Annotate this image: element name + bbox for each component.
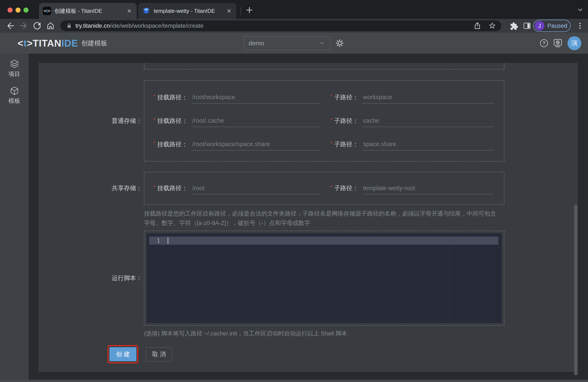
layers-favicon-icon: </> <box>142 7 150 15</box>
editor-ruler-line <box>450 245 450 321</box>
side-panel-icon[interactable] <box>523 21 531 30</box>
editor-cursor <box>168 237 168 244</box>
shared-storage-label: 共享存储： <box>112 184 142 192</box>
lock-icon <box>66 22 72 29</box>
script-code-editor[interactable]: 1 <box>147 233 502 323</box>
tab-close-icon[interactable] <box>226 7 232 15</box>
storage-row: *挂载路径： *子路径： <box>153 177 494 200</box>
share-icon[interactable] <box>473 22 482 30</box>
browser-toolbar: try.titanide.cn/ide/web/workspace/templa… <box>0 19 588 33</box>
storage-row: *挂载路径： *子路径： <box>153 86 494 109</box>
storage-row: *挂载路径： *子路径： <box>153 133 494 156</box>
url-host: try.titanide.cn <box>75 22 110 29</box>
required-asterisk: * <box>153 184 155 191</box>
shared-storage-section: 共享存储： *挂载路径： *子路径： <box>144 172 504 205</box>
bookmark-star-icon[interactable] <box>488 21 497 30</box>
window-bottom-edge <box>0 380 588 382</box>
reload-icon[interactable] <box>32 21 42 31</box>
help-icon[interactable]: ? <box>539 39 549 48</box>
workspace-select[interactable]: demo <box>244 36 331 50</box>
console-settings-icon[interactable] <box>553 38 563 48</box>
profile-status-label: Paused <box>547 22 567 29</box>
run-script-section: 运行脚本： 1 <box>144 231 504 326</box>
sidebar-item-templates[interactable]: 模板 <box>0 86 29 105</box>
back-icon[interactable] <box>5 21 15 31</box>
url-path: /ide/web/workspace/template/create <box>110 22 204 29</box>
address-bar[interactable]: try.titanide.cn/ide/web/workspace/templa… <box>60 20 501 31</box>
forward-icon[interactable] <box>19 21 28 31</box>
required-asterisk: * <box>330 184 332 191</box>
run-script-label: 运行脚本： <box>112 274 142 282</box>
vertical-scrollbar-thumb[interactable] <box>574 204 578 375</box>
required-asterisk: * <box>330 117 332 123</box>
mount-path-input[interactable] <box>191 115 321 127</box>
normal-storage-section: 普通存储： *挂载路径： *子路径： *挂载路径： *子路径： *挂载路径： *… <box>144 80 504 161</box>
cube-icon <box>10 86 19 96</box>
normal-storage-label: 普通存储： <box>112 117 142 125</box>
tab-divider <box>241 7 241 16</box>
chevron-down-icon <box>318 40 326 47</box>
workspace-select-value: demo <box>249 40 318 47</box>
required-asterisk: * <box>153 140 155 147</box>
create-button[interactable]: 创 建 <box>109 347 136 361</box>
tab-title: template-wetty - TitanIDE <box>154 8 226 14</box>
svg-text:</>: </> <box>145 8 148 11</box>
titanide-logo[interactable]: <t>TITANIDE <box>18 38 78 49</box>
extensions-puzzle-icon[interactable] <box>509 21 518 30</box>
required-asterisk: * <box>153 117 155 123</box>
page-title: 创建模板 <box>81 39 107 47</box>
path-rules-hint: 挂载路径是您的工作区目标路径，必须是合法的文件夹路径；子路径名是网络存储源子路径… <box>144 209 502 228</box>
create-template-form-panel: 普通存储： *挂载路径： *子路径： *挂载路径： *子路径： *挂载路径： *… <box>38 63 578 372</box>
sub-path-label: 子路径： <box>334 117 358 125</box>
profile-avatar: J <box>535 21 545 31</box>
tab-title: 创建模板 - TitanIDE <box>55 7 126 15</box>
settings-gear-icon[interactable] <box>335 38 344 48</box>
home-icon[interactable] <box>46 21 55 31</box>
tab-template-wetty[interactable]: </> template-wetty - TitanIDE <box>138 3 236 19</box>
storage-row: *挂载路径： *子路径： <box>153 109 494 133</box>
sub-path-input[interactable] <box>362 182 494 194</box>
browser-menu-icon[interactable] <box>575 21 585 30</box>
sub-path-input[interactable] <box>362 115 494 127</box>
titanide-favicon-icon: <t> <box>43 7 51 15</box>
sub-path-label: 子路径： <box>334 93 358 102</box>
mount-path-input[interactable] <box>191 182 321 194</box>
sub-path-label: 子路径： <box>334 184 358 192</box>
sidebar-item-projects[interactable]: 项目 <box>0 59 29 78</box>
window-close-button[interactable] <box>8 8 13 13</box>
mount-path-input[interactable] <box>191 91 321 104</box>
required-asterisk: * <box>330 93 332 100</box>
cancel-button[interactable]: 取 消 <box>146 347 172 361</box>
sidebar-item-label: 模板 <box>9 97 20 105</box>
new-tab-button[interactable] <box>245 5 254 15</box>
editor-line-number: 1 <box>149 237 168 244</box>
editor-active-line[interactable]: 1 <box>149 237 498 245</box>
tab-close-icon[interactable] <box>126 7 133 15</box>
browser-tab-strip: <t> 创建模板 - TitanIDE </> template-wetty -… <box>0 0 588 19</box>
mount-path-label: 挂载路径： <box>157 184 188 192</box>
browser-profile-button[interactable]: J Paused <box>533 20 571 32</box>
window-controls <box>8 8 28 13</box>
sub-path-input[interactable] <box>362 138 494 151</box>
window-minimize-button[interactable] <box>16 8 21 13</box>
mount-path-label: 挂载路径： <box>157 140 188 149</box>
create-button-highlight-annotation: 创 建 <box>107 345 138 363</box>
mount-path-label: 挂载路径： <box>157 93 188 102</box>
window-zoom-button[interactable] <box>23 8 28 13</box>
tab-create-template[interactable]: <t> 创建模板 - TitanIDE <box>39 3 137 19</box>
app-sidebar: 项目 模板 <box>0 54 29 382</box>
mount-path-input[interactable] <box>191 138 321 151</box>
sidebar-item-label: 项目 <box>9 70 20 78</box>
mount-path-label: 挂载路径： <box>157 117 188 125</box>
scrolled-section-partial-box <box>144 63 504 69</box>
required-asterisk: * <box>330 140 332 147</box>
user-avatar[interactable]: 演 <box>567 36 581 50</box>
svg-text:?: ? <box>543 41 545 46</box>
tab-search-chevron-icon[interactable] <box>576 6 584 14</box>
app-header: <t>TITANIDE 创建模板 demo ? 演 <box>0 33 588 54</box>
layers-icon <box>10 59 19 69</box>
sub-path-input[interactable] <box>362 91 494 104</box>
required-asterisk: * <box>153 93 155 100</box>
sub-path-label: 子路径： <box>334 140 358 149</box>
script-hint: (选填) 脚本将写入路径 ~/.cache/.init，当工作区启动时自动运行以… <box>144 330 347 337</box>
